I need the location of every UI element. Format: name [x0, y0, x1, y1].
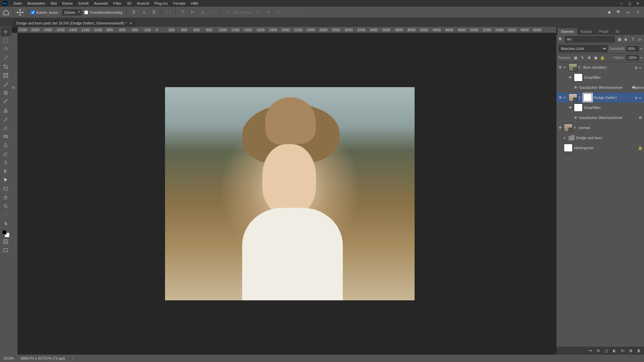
layer-style-icon[interactable]: fx	[596, 348, 601, 353]
visibility-toggle[interactable]: 👁	[558, 125, 562, 130]
auto-select-target[interactable]: Ebene	[62, 9, 82, 15]
layer-row[interactable]: 👁 ▾ ⎘ Dodge (heller) ◐ ▴	[556, 93, 644, 103]
expand-arrow-icon[interactable]: ▸	[564, 136, 567, 139]
smartfilter-header[interactable]: 👁 Smartfilter	[556, 72, 644, 82]
more-options-icon[interactable]: ⋯	[224, 9, 231, 16]
filter-blend-options-icon[interactable]: ⚙	[638, 115, 643, 120]
fill-flyout-icon[interactable]: ▾	[641, 56, 642, 59]
window-minimize-button[interactable]: ─	[618, 1, 625, 6]
filter-name[interactable]: Gaußscher Weichzeichner	[579, 85, 637, 89]
opacity-flyout-icon[interactable]: ▾	[641, 47, 642, 50]
filter-shape-icon[interactable]: ▭	[637, 37, 642, 42]
home-button[interactable]	[3, 9, 9, 16]
visibility-toggle[interactable]: 👁	[558, 95, 562, 100]
cloud-docs-icon[interactable]: ◉	[606, 9, 613, 16]
lock-all-icon[interactable]: 🔒	[600, 56, 605, 60]
layer-thumbnail[interactable]	[569, 94, 577, 102]
background-layer-row[interactable]: Hintergrund 🔒	[556, 143, 644, 153]
layer-filter-type[interactable]	[565, 36, 615, 42]
workspace-icon[interactable]: ▭	[625, 9, 632, 16]
visibility-toggle[interactable]: 👁	[568, 105, 573, 110]
align-middle-icon[interactable]: ⊢	[189, 9, 197, 16]
tab-3d[interactable]: 3D	[612, 28, 623, 35]
quick-mask-icon[interactable]	[1, 237, 11, 246]
visibility-toggle[interactable]: 👁	[568, 75, 573, 80]
eraser-tool[interactable]	[1, 123, 11, 132]
brush-tool[interactable]	[1, 97, 11, 106]
screen-mode-icon[interactable]	[1, 246, 11, 255]
path-selection-tool[interactable]	[1, 176, 11, 184]
menu-filter[interactable]: Filter	[111, 1, 124, 5]
blur-tool[interactable]	[1, 141, 11, 149]
layer-thumbnail[interactable]	[564, 144, 573, 152]
layer-name[interactable]: normal	[579, 126, 643, 130]
move-tool-indicator[interactable]	[16, 9, 24, 16]
menu-ebene[interactable]: Ebene	[59, 1, 75, 5]
status-flyout-icon[interactable]: 〉	[72, 356, 75, 361]
zoom-level[interactable]: 18,5%	[3, 356, 14, 360]
eyedropper-tool[interactable]	[1, 80, 11, 88]
edit-toolbar-icon[interactable]: ⇅	[1, 219, 11, 228]
foreground-color[interactable]	[2, 230, 7, 235]
align-left-icon[interactable]: ☰	[130, 9, 138, 16]
new-group-icon[interactable]: 🗀	[620, 348, 625, 353]
filter-mask-thumbnail[interactable]	[574, 104, 583, 112]
align-right-icon[interactable]: ☰	[150, 9, 158, 16]
menu-bearbeiten[interactable]: Bearbeiten	[25, 1, 48, 5]
layer-name[interactable]: Dodge (heller)	[593, 96, 634, 100]
adjustment-layer-icon[interactable]: ◐	[612, 348, 617, 353]
align-bottom-icon[interactable]: ⊥	[199, 9, 207, 16]
visibility-toggle[interactable]	[558, 145, 562, 150]
visibility-toggle[interactable]: 👁	[558, 65, 562, 70]
filter-name[interactable]: Gaußscher Weichzeichner	[579, 116, 637, 120]
lock-pixels-icon[interactable]: ✎	[580, 56, 585, 60]
smartfilter-item[interactable]: 👁 Gaußscher Weichzeichner �genome	[556, 82, 644, 93]
transform-controls-input[interactable]	[84, 10, 88, 14]
window-maximize-button[interactable]: ◻	[626, 1, 633, 6]
opacity-value[interactable]: 60%	[627, 46, 639, 51]
lock-transparency-icon[interactable]: ▦	[573, 56, 578, 60]
menu-plugins[interactable]: Plug-ins	[152, 1, 170, 5]
lock-position-icon[interactable]: ✥	[587, 56, 591, 60]
transform-controls-checkbox[interactable]: Transformationsstrg.	[84, 10, 123, 14]
menu-auswahl[interactable]: Auswahl	[91, 1, 111, 5]
menu-schrift[interactable]: Schrift	[75, 1, 91, 5]
lasso-tool[interactable]	[1, 45, 11, 54]
filter-adjustment-icon[interactable]: ◐	[624, 37, 629, 42]
hand-tool[interactable]	[1, 193, 11, 202]
fx-expand-icon[interactable]: ▴	[639, 66, 643, 69]
distribute-v-icon[interactable]: ⋯	[209, 9, 217, 16]
visibility-toggle[interactable]	[558, 135, 562, 140]
layer-mask-thumbnail[interactable]	[583, 94, 592, 102]
close-tab-icon[interactable]: ✕	[129, 21, 132, 25]
document-dimensions[interactable]: 3983 Px x 3273 Px (72 ppi)	[20, 356, 65, 360]
gradient-tool[interactable]	[1, 132, 11, 141]
zoom-tool[interactable]	[1, 202, 11, 210]
smartfilter-header[interactable]: 👁 Smartfilter	[556, 103, 644, 113]
layer-name[interactable]: Burn (dunkler)	[583, 65, 634, 69]
group-name[interactable]: Dodge and burn	[576, 136, 643, 140]
layer-row[interactable]: 👁 ▾ ⎘ Burn (dunkler) ◐ ▴	[556, 62, 644, 72]
clone-stamp-tool[interactable]	[1, 106, 11, 115]
lock-artboard-icon[interactable]: ▣	[593, 56, 598, 60]
more-tools-icon[interactable]: ⋯	[1, 210, 11, 219]
menu-datei[interactable]: Datei	[11, 1, 25, 5]
share-icon[interactable]: ⇪	[634, 9, 641, 16]
layer-thumbnail[interactable]	[569, 63, 577, 71]
filter-type-icon[interactable]: T	[630, 37, 636, 42]
menu-ansicht[interactable]: Ansicht	[134, 1, 152, 5]
filter-pixel-icon[interactable]: ▦	[617, 37, 622, 42]
filter-blend-options-icon[interactable]: �genome	[638, 85, 643, 90]
menu-fenster[interactable]: Fenster	[170, 1, 188, 5]
link-layers-icon[interactable]: ⚯	[588, 348, 593, 353]
tab-pfade[interactable]: Pfade	[595, 28, 612, 35]
auto-select-checkbox[interactable]: Autom. ausw.:	[31, 10, 59, 14]
marquee-tool[interactable]	[1, 36, 11, 45]
new-layer-icon[interactable]: ⊞	[628, 348, 633, 353]
dodge-tool[interactable]	[1, 149, 11, 158]
window-close-button[interactable]: ✕	[634, 1, 641, 6]
layer-row[interactable]: 👁 ⎘ normal	[556, 123, 644, 133]
crop-tool[interactable]	[1, 62, 11, 71]
fx-icon[interactable]: ◐	[635, 96, 638, 100]
magic-wand-tool[interactable]	[1, 54, 11, 62]
